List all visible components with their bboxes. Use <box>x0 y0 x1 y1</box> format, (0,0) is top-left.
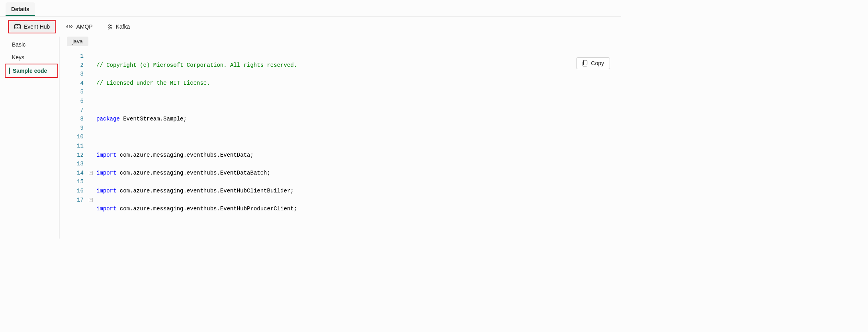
code-token: com.azure.messaging.eventhubs.EventData; <box>116 152 253 158</box>
protocol-kafka-label: Kafka <box>116 23 130 30</box>
code-token: com.azure.messaging.eventhubs.EventDataB… <box>116 170 270 176</box>
line-number: 14 <box>64 169 84 178</box>
copy-button[interactable]: Copy <box>576 57 610 69</box>
highlight-event-hub: Event Hub <box>8 20 56 33</box>
protocol-amqp-button[interactable]: AMQP <box>61 21 97 32</box>
line-number: 3 <box>64 70 84 79</box>
line-number: 16 <box>64 186 84 196</box>
svg-rect-16 <box>584 60 587 65</box>
code-content: // Copyright (c) Microsoft Corporation. … <box>94 50 297 239</box>
svg-point-11 <box>110 27 111 28</box>
line-number: 12 <box>64 151 84 160</box>
language-pill-java[interactable]: java <box>67 37 88 46</box>
code-token-keyword: import <box>96 170 116 176</box>
line-number: 15 <box>64 177 84 186</box>
line-number: 1 <box>64 52 84 61</box>
code-token: com.azure.messaging.eventhubs.EventHubPr… <box>116 206 297 212</box>
line-number: 4 <box>64 79 84 88</box>
svg-rect-0 <box>15 25 21 29</box>
svg-point-6 <box>19 27 20 28</box>
sidebar-item-sample-code[interactable]: Sample code <box>6 64 57 77</box>
copy-button-label: Copy <box>591 60 604 66</box>
svg-point-1 <box>16 25 16 26</box>
tab-details[interactable]: Details <box>6 2 35 16</box>
line-number: 13 <box>64 159 84 169</box>
line-number: 11 <box>64 142 84 151</box>
code-token-comment: // Licensed under the MIT License. <box>96 80 210 86</box>
svg-point-4 <box>16 27 16 28</box>
protocol-event-hub-label: Event Hub <box>24 23 50 30</box>
copy-icon <box>582 60 588 66</box>
line-number: 5 <box>64 87 84 97</box>
line-number-gutter: 1 2 3 4 5 6 7 8 9 10 11 12 13 14 <box>64 50 88 239</box>
fold-toggle-icon[interactable]: − <box>89 198 93 202</box>
code-token-comment: // Copyright (c) Microsoft Corporation. … <box>96 62 297 68</box>
protocol-row: Event Hub AMQP <box>0 17 621 37</box>
code-token: com.azure.messaging.eventhubs.EventHubCl… <box>116 188 293 194</box>
line-number: 17 <box>64 196 84 205</box>
protocol-event-hub-button[interactable]: Event Hub <box>10 21 55 32</box>
tab-strip: Details <box>0 0 621 17</box>
line-number: 7 <box>64 106 84 115</box>
code-editor-wrap: Copy 1 2 3 4 5 6 7 8 9 10 1 <box>64 50 617 239</box>
amqp-icon <box>66 24 73 29</box>
event-hub-icon <box>14 24 21 29</box>
page-root: Details Event Hub <box>0 0 621 239</box>
highlight-sample-code: Sample code <box>5 64 58 78</box>
svg-point-7 <box>108 24 109 25</box>
svg-point-9 <box>108 28 109 29</box>
sidebar-item-basic[interactable]: Basic <box>0 38 59 51</box>
kafka-icon <box>107 23 113 30</box>
code-token-keyword: import <box>96 152 116 158</box>
code-token-keyword: import <box>96 188 116 194</box>
line-number: 8 <box>64 115 84 124</box>
line-number: 9 <box>64 124 84 133</box>
protocol-amqp-label: AMQP <box>76 23 92 30</box>
svg-point-5 <box>17 27 18 28</box>
sidebar: Basic Keys Sample code <box>0 37 60 239</box>
line-number: 6 <box>64 97 84 106</box>
fold-gutter: − − <box>88 50 94 239</box>
language-pill-row: java <box>64 37 617 47</box>
svg-point-10 <box>110 25 111 26</box>
line-number: 10 <box>64 132 84 142</box>
svg-line-14 <box>109 26 110 26</box>
sidebar-item-keys[interactable]: Keys <box>0 51 59 64</box>
main-panel: java Copy 1 2 <box>60 37 621 239</box>
svg-line-15 <box>109 27 110 27</box>
svg-point-2 <box>17 25 18 26</box>
code-token: EventStream.Sample; <box>120 116 187 122</box>
code-token-keyword: package <box>96 116 120 122</box>
body-split: Basic Keys Sample code java <box>0 37 621 239</box>
svg-point-8 <box>108 26 109 27</box>
svg-point-3 <box>19 25 20 26</box>
line-number: 2 <box>64 61 84 70</box>
code-token-keyword: import <box>96 206 116 212</box>
protocol-kafka-button[interactable]: Kafka <box>102 21 135 32</box>
fold-toggle-icon[interactable]: − <box>89 171 93 175</box>
code-editor[interactable]: 1 2 3 4 5 6 7 8 9 10 11 12 13 14 <box>64 50 617 239</box>
